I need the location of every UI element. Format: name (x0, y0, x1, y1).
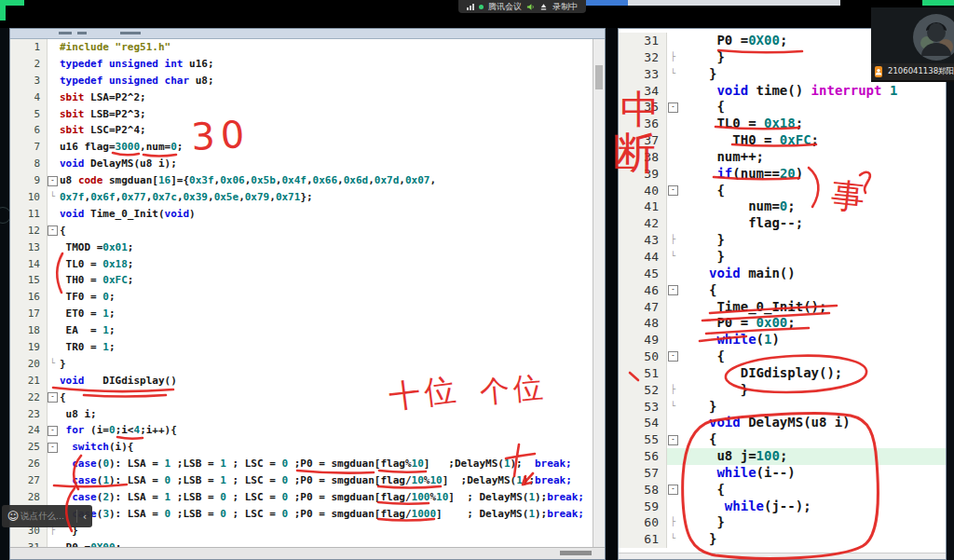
code-line-2[interactable]: 2typedef unsigned int u16; (10, 56, 605, 73)
fold-toggle-icon[interactable]: - (667, 99, 679, 116)
code-line-14[interactable]: 14 TL0 = 0x18; (10, 256, 605, 273)
code-line-56[interactable]: 56 u8 j=100; (619, 448, 946, 465)
code-line-54[interactable]: 54void DelayMS(u8 i) (619, 415, 946, 431)
code-line-37[interactable]: 37 TH0 = 0xFC; (619, 132, 946, 149)
code-text: void main() (679, 266, 796, 282)
code-editor-left[interactable]: 1#include "reg51.h"2typedef unsigned int… (9, 28, 606, 560)
code-line-18[interactable]: 18 EA = 1; (10, 322, 605, 339)
code-line-15[interactable]: 15 TH0 = 0xFC; (10, 272, 605, 289)
code-line-22[interactable]: 22-{ (10, 389, 605, 406)
code-line-47[interactable]: 47 Time_0_Init(); (619, 299, 946, 316)
line-number: 28 (10, 489, 48, 506)
code-text: u16 flag=3000,num=0; (58, 139, 183, 156)
code-text: void time() interrupt 1 (679, 83, 897, 100)
vertical-scrollbar[interactable] (593, 39, 605, 548)
code-text: typedef unsigned int u16; (58, 56, 214, 73)
code-line-4[interactable]: 4sbit LSA=P2^2; (10, 89, 605, 106)
fold-toggle-icon[interactable]: - (48, 223, 58, 239)
fold-tree (667, 365, 679, 382)
fold-toggle-icon[interactable]: - (667, 348, 679, 365)
code-line-24[interactable]: 24- for (i=0;i<4;i++){ (10, 422, 605, 439)
code-line-43[interactable]: 43├ } (619, 232, 946, 249)
code-line-8[interactable]: 8void DelayMS(u8 i); (10, 156, 605, 172)
code-line-1[interactable]: 1#include "reg51.h" (10, 39, 605, 56)
code-text: case(1): LSA = 0 ;LSB = 1 ; LSC = 0 ;P0 … (58, 472, 572, 489)
code-line-60[interactable]: 60├ } (619, 514, 946, 531)
code-line-61[interactable]: 61└} (619, 531, 946, 548)
code-line-38[interactable]: 38 num++; (619, 149, 946, 166)
code-text: } (679, 49, 725, 66)
code-line-41[interactable]: 41 num=0; (619, 198, 946, 215)
webcam-tile[interactable]: 2106041138郑阳 (871, 7, 954, 82)
code-line-34[interactable]: 34 void time() interrupt 1 (619, 83, 946, 100)
scrollbar-thumb[interactable] (560, 551, 592, 555)
code-line-19[interactable]: 19 TR0 = 1; (10, 339, 605, 356)
collapse-chevron-icon[interactable]: ‹ (77, 511, 92, 523)
code-line-45[interactable]: 45void main() (619, 266, 946, 282)
code-line-11[interactable]: 11void Time_0_Init(void) (10, 206, 605, 223)
code-editor-right[interactable]: 31 P0 =0X00;32├ }33└}34 void time() inte… (618, 28, 947, 560)
code-line-36[interactable]: 36 TL0 = 0x18; (619, 116, 946, 132)
code-line-20[interactable]: 20└} (10, 356, 605, 373)
emoji-icon[interactable]: ☺ (6, 510, 20, 523)
fold-toggle-icon[interactable]: - (667, 482, 679, 499)
code-line-5[interactable]: 5sbit LSB=P2^3; (10, 106, 605, 123)
code-line-59[interactable]: 59 while(j--); (619, 499, 946, 515)
window-remnant-light (628, 0, 840, 6)
code-line-16[interactable]: 16 TF0 = 0; (10, 289, 605, 306)
code-line-29[interactable]: 29 case(3): LSA = 0 ;LSB = 0 ; LSC = 0 ;… (10, 506, 605, 523)
chat-quick-bar[interactable]: ☺ 说点什么... ‹ (2, 505, 92, 527)
code-line-55[interactable]: 55-{ (619, 431, 946, 448)
code-line-26[interactable]: 26 case(0): LSA = 1 ;LSB = 1 ; LSC = 0 ;… (10, 456, 605, 472)
meeting-app-label: 腾讯会议 (488, 1, 522, 13)
code-line-23[interactable]: 23 u8 i; (10, 406, 605, 423)
code-line-50[interactable]: 50- { (619, 348, 946, 365)
horizontal-scrollbar[interactable] (10, 547, 605, 559)
code-line-57[interactable]: 57 while(i--) (619, 465, 946, 482)
code-line-21[interactable]: 21void DIGdisplay() (10, 373, 605, 389)
code-text: typedef unsigned char u8; (58, 73, 214, 89)
code-line-53[interactable]: 53└} (619, 399, 946, 416)
code-line-49[interactable]: 49 while(1) (619, 332, 946, 348)
line-number: 13 (10, 239, 48, 256)
meeting-status-pill[interactable]: 腾讯会议 录制中 (458, 0, 586, 13)
code-line-44[interactable]: 44└ } (619, 249, 946, 266)
fold-toggle-icon[interactable]: - (48, 439, 58, 456)
fold-toggle-icon[interactable]: - (667, 183, 679, 199)
scrollbar-thumb[interactable] (595, 65, 603, 89)
code-line-58[interactable]: 58- { (619, 482, 946, 499)
code-line-13[interactable]: 13 TMOD =0x01; (10, 239, 605, 256)
horizontal-scrollbar[interactable] (619, 553, 946, 559)
code-line-3[interactable]: 3typedef unsigned char u8; (10, 73, 605, 89)
fold-toggle-icon[interactable]: - (667, 282, 679, 299)
code-line-12[interactable]: 12-{ (10, 223, 605, 239)
code-line-39[interactable]: 39 if(num==20) (619, 166, 946, 183)
code-line-25[interactable]: 25- switch(i){ (10, 439, 605, 456)
code-line-40[interactable]: 40- { (619, 183, 946, 199)
fold-toggle-icon[interactable]: - (48, 422, 58, 439)
fold-toggle-icon[interactable]: - (48, 172, 58, 189)
line-number: 25 (10, 439, 48, 456)
fold-tree (48, 322, 58, 339)
code-text: EA = 1; (58, 322, 116, 339)
code-line-28[interactable]: 28 case(2): LSA = 1 ;LSB = 0 ; LSC = 0 ;… (10, 489, 605, 506)
code-line-51[interactable]: 51 DIGdisplay(); (619, 365, 946, 382)
code-line-10[interactable]: 10└0x7f,0x6f,0x77,0x7c,0x39,0x5e,0x79,0x… (10, 189, 605, 206)
editor-left-header (10, 29, 605, 39)
code-line-48[interactable]: 48 P0 = 0x00; (619, 315, 946, 332)
fold-toggle-icon[interactable]: - (48, 389, 58, 406)
fold-toggle-icon[interactable]: - (667, 431, 679, 448)
code-line-30[interactable]: 30├ } (10, 523, 605, 540)
code-line-7[interactable]: 7u16 flag=3000,num=0; (10, 139, 605, 156)
code-rows-left: 1#include "reg51.h"2typedef unsigned int… (10, 39, 605, 556)
code-line-27[interactable]: 27 case(1): LSA = 0 ;LSB = 1 ; LSC = 0 ;… (10, 472, 605, 489)
code-line-6[interactable]: 6sbit LSC=P2^4; (10, 122, 605, 139)
code-line-17[interactable]: 17 ET0 = 1; (10, 306, 605, 322)
chat-input-placeholder[interactable]: 说点什么... (20, 511, 76, 523)
code-line-42[interactable]: 42 flag--; (619, 215, 946, 232)
code-line-35[interactable]: 35- { (619, 99, 946, 116)
code-line-46[interactable]: 46-{ (619, 282, 946, 299)
code-line-9[interactable]: 9-u8 code smgduan[16]={0x3f,0x06,0x5b,0x… (10, 172, 605, 189)
code-line-52[interactable]: 52├ } (619, 382, 946, 399)
line-number: 39 (619, 166, 667, 183)
